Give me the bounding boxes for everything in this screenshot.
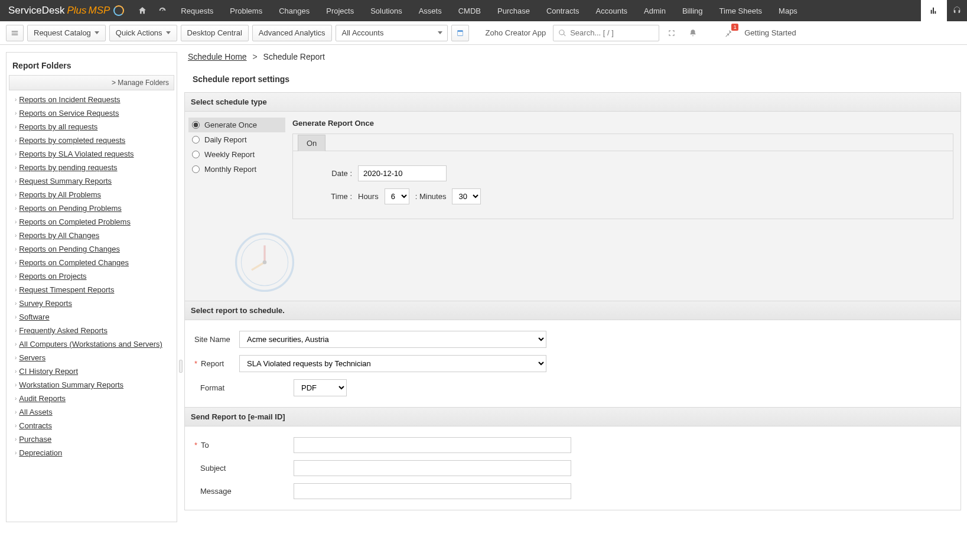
getting-started-link[interactable]: Getting Started	[741, 28, 799, 37]
folder-link[interactable]: Reports on Service Requests	[19, 109, 119, 118]
folder-link[interactable]: Reports on Pending Problems	[19, 204, 121, 213]
minutes-select[interactable]: 30	[452, 188, 481, 204]
home-icon[interactable]	[132, 0, 152, 21]
folder-link[interactable]: Workstation Summary Reports	[19, 380, 123, 389]
accounts-select[interactable]: All Accounts	[336, 25, 448, 41]
zoho-creator-link[interactable]: Zoho Creator App	[482, 28, 550, 37]
folder-link[interactable]: Depreciation	[19, 448, 62, 457]
date-input[interactable]	[358, 165, 447, 181]
folder-link[interactable]: Reports by all requests	[19, 122, 97, 131]
chevron-right-icon: ›	[15, 395, 17, 402]
folder-item: ›Workstation Summary Reports	[9, 378, 174, 392]
folder-link[interactable]: Request Summary Reports	[19, 177, 112, 185]
topnav-item-projects[interactable]: Projects	[318, 0, 362, 21]
folder-item: ›Reports on Incident Requests	[9, 93, 174, 106]
folder-link[interactable]: Software	[19, 312, 49, 321]
radio-input[interactable]	[192, 121, 200, 129]
manage-folders-button[interactable]: > Manage Folders	[9, 75, 174, 90]
schedule-type-radio-weekly-report[interactable]: Weekly Report	[188, 147, 285, 162]
breadcrumb-home-link[interactable]: Schedule Home	[188, 52, 247, 61]
chevron-right-icon: ›	[15, 341, 17, 347]
radio-input[interactable]	[192, 165, 200, 173]
topnav-item-problems[interactable]: Problems	[222, 0, 271, 21]
headset-icon[interactable]	[947, 0, 967, 21]
dashboard-icon[interactable]	[152, 0, 172, 21]
menu-icon-button[interactable]	[6, 25, 24, 41]
topnav-item-contracts[interactable]: Contracts	[538, 0, 588, 21]
radio-input[interactable]	[192, 136, 200, 144]
quick-actions-button[interactable]: Quick Actions	[109, 25, 177, 41]
folder-item: ›Purchase	[9, 432, 174, 446]
folder-link[interactable]: Reports on Pending Changes	[19, 245, 120, 253]
folder-link[interactable]: Contracts	[19, 421, 52, 430]
folder-link[interactable]: Audit Reports	[19, 394, 66, 403]
folder-link[interactable]: Purchase	[19, 435, 51, 444]
topnav-item-billing[interactable]: Billing	[674, 0, 711, 21]
chevron-right-icon: ›	[15, 436, 17, 442]
topnav-item-maps[interactable]: Maps	[770, 0, 806, 21]
chevron-right-icon: ›	[15, 327, 17, 334]
folder-link[interactable]: Reports by All Changes	[19, 231, 99, 240]
search-input[interactable]	[570, 28, 647, 37]
pin-badge: 1	[731, 24, 738, 31]
desktop-central-button[interactable]: Desktop Central	[181, 25, 249, 41]
folder-item: ›Reports by all requests	[9, 120, 174, 134]
folder-link[interactable]: Reports by SLA Violated requests	[19, 149, 134, 158]
folder-item: ›Software	[9, 310, 174, 324]
scanner-icon[interactable]	[663, 25, 681, 41]
topnav-item-solutions[interactable]: Solutions	[362, 0, 410, 21]
format-select[interactable]: PDF	[294, 379, 347, 396]
folder-link[interactable]: Reports on Projects	[19, 272, 86, 281]
request-catalog-button[interactable]: Request Catalog	[27, 25, 106, 41]
folder-link[interactable]: Reports by pending requests	[19, 163, 117, 172]
subject-input[interactable]	[294, 460, 571, 476]
calendar-icon-button[interactable]	[451, 25, 469, 41]
split-drag-handle[interactable]	[177, 210, 184, 522]
chevron-right-icon: ›	[15, 246, 17, 252]
folder-link[interactable]: Survey Reports	[19, 299, 72, 308]
folder-link[interactable]: Reports on Completed Problems	[19, 217, 131, 226]
site-name-select[interactable]: Acme securities, Austria	[239, 331, 546, 348]
minutes-label: : Minutes	[415, 192, 447, 201]
topnav-item-admin[interactable]: Admin	[636, 0, 674, 21]
chevron-right-icon: ›	[15, 178, 17, 184]
topnav-item-time-sheets[interactable]: Time Sheets	[711, 0, 771, 21]
topnav-item-cmdb[interactable]: CMDB	[450, 0, 489, 21]
search-box[interactable]	[553, 25, 659, 41]
folder-link[interactable]: All Assets	[19, 408, 52, 416]
sub-toolbar: Request Catalog Quick Actions Desktop Ce…	[0, 21, 967, 45]
folder-link[interactable]: CI History Report	[19, 367, 78, 376]
reports-tab-icon[interactable]	[921, 0, 947, 21]
on-tab[interactable]: On	[298, 135, 325, 151]
advanced-analytics-button[interactable]: Advanced Analytics	[252, 25, 332, 41]
radio-label: Monthly Report	[204, 165, 256, 174]
pin-icon[interactable]: 1	[719, 25, 737, 41]
schedule-type-radio-monthly-report[interactable]: Monthly Report	[188, 162, 285, 177]
topnav-item-assets[interactable]: Assets	[411, 0, 450, 21]
folder-link[interactable]: Reports on Completed Changes	[19, 258, 129, 267]
folder-link[interactable]: Reports on Incident Requests	[19, 95, 120, 104]
folder-link[interactable]: Frequently Asked Reports	[19, 326, 108, 335]
folder-item: ›Reports by SLA Violated requests	[9, 147, 174, 161]
folder-link[interactable]: Reports by completed requests	[19, 136, 125, 145]
chevron-right-icon: ›	[15, 259, 17, 266]
topnav-item-requests[interactable]: Requests	[172, 0, 222, 21]
quick-actions-label: Quick Actions	[116, 28, 162, 37]
bell-icon[interactable]	[684, 25, 702, 41]
radio-input[interactable]	[192, 151, 200, 158]
folder-link[interactable]: Servers	[19, 353, 45, 362]
folder-link[interactable]: All Computers (Workstations and Servers)	[19, 340, 162, 349]
topnav-item-accounts[interactable]: Accounts	[588, 0, 636, 21]
message-input[interactable]	[294, 483, 571, 499]
folder-link[interactable]: Reports by All Problems	[19, 190, 101, 199]
schedule-type-radio-generate-once[interactable]: Generate Once	[188, 118, 285, 132]
hours-select[interactable]: 6	[385, 188, 409, 204]
topnav-item-purchase[interactable]: Purchase	[489, 0, 538, 21]
breadcrumb-current: Schedule Report	[263, 52, 325, 61]
to-input[interactable]	[294, 437, 571, 453]
brand-swirl-icon	[113, 5, 124, 16]
report-select[interactable]: SLA Violated requests by Technician	[239, 355, 546, 372]
folder-link[interactable]: Request Timespent Reports	[19, 285, 114, 294]
topnav-item-changes[interactable]: Changes	[271, 0, 318, 21]
schedule-type-radio-daily-report[interactable]: Daily Report	[188, 132, 285, 147]
